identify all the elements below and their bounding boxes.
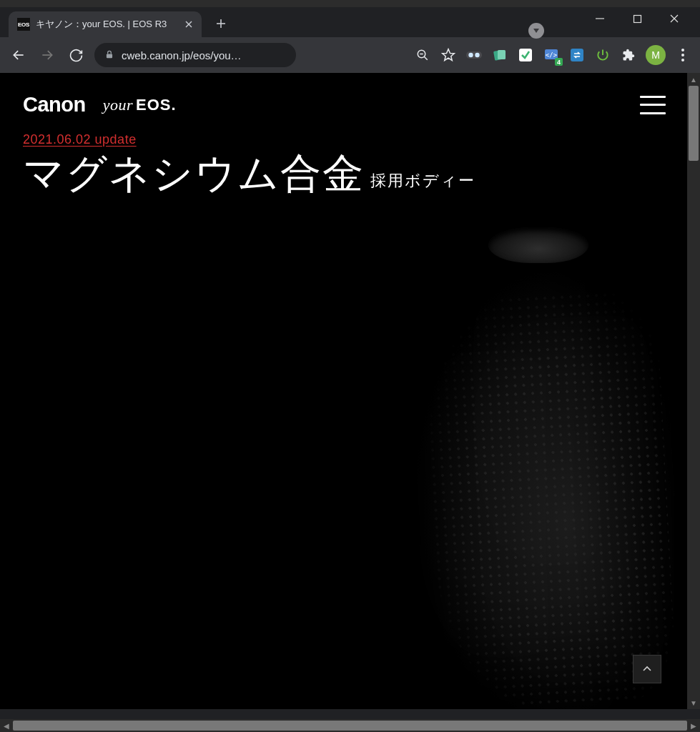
headline-sub: 採用ボディー (370, 170, 475, 192)
window-titlebar (0, 0, 700, 7)
headline: マグネシウム合金 採用ボディー (23, 150, 664, 197)
svg-line-12 (424, 56, 428, 60)
svg-rect-10 (107, 54, 112, 58)
tab-close-icon[interactable] (183, 19, 194, 30)
vertical-scrollbar[interactable]: ▲ ▼ (687, 73, 700, 709)
back-button[interactable] (6, 42, 31, 68)
page-viewport: Canon yourEOS. 2021.06.02 update マグネシウム合… (0, 73, 700, 709)
extension-goggles-icon[interactable] (463, 45, 485, 65)
new-tab-button[interactable] (210, 13, 232, 34)
page-content: Canon yourEOS. 2021.06.02 update マグネシウム合… (0, 73, 687, 709)
svg-point-17 (475, 53, 479, 57)
site-header: Canon yourEOS. (0, 73, 687, 127)
update-date-link[interactable]: 2021.06.02 update (23, 132, 137, 147)
extension-power-icon[interactable] (591, 45, 614, 65)
camera-top-plate (488, 227, 588, 263)
address-text: cweb.canon.jp/eos/you… (122, 49, 286, 61)
scroll-up-arrow-icon[interactable]: ▲ (687, 73, 700, 86)
scroll-track[interactable] (687, 86, 700, 696)
svg-rect-20 (519, 49, 532, 61)
hscroll-track[interactable] (13, 719, 687, 732)
svg-rect-19 (498, 50, 506, 59)
hamburger-menu-icon[interactable] (640, 96, 666, 114)
media-control-icon[interactable] (528, 23, 544, 39)
svg-point-16 (468, 53, 473, 57)
extension-docs-icon[interactable] (488, 45, 511, 65)
svg-point-26 (681, 59, 684, 61)
canon-logo[interactable]: Canon (23, 93, 86, 117)
extensions-puzzle-icon[interactable] (617, 45, 640, 65)
scroll-left-arrow-icon[interactable]: ◀ (0, 719, 13, 732)
your-eos-eos: EOS. (136, 96, 177, 114)
hscroll-thumb[interactable] (13, 721, 687, 731)
browser-toolbar: cweb.canon.jp/eos/you… (0, 37, 700, 73)
address-bar[interactable]: cweb.canon.jp/eos/you… (94, 43, 296, 67)
profile-avatar[interactable]: M (646, 45, 666, 65)
svg-point-25 (681, 54, 684, 56)
window-maximize-button[interactable] (627, 10, 647, 27)
svg-rect-1 (634, 15, 641, 22)
svg-point-24 (681, 49, 684, 51)
your-eos-logo[interactable]: yourEOS. (103, 96, 177, 114)
forward-button[interactable] (34, 42, 60, 68)
svg-rect-23 (571, 49, 583, 61)
lock-icon (104, 49, 114, 61)
your-eos-your: your (103, 96, 133, 114)
svg-marker-27 (533, 29, 539, 33)
scroll-thumb[interactable] (689, 86, 699, 161)
extension-badge: 4 (555, 58, 563, 66)
tab-title: キヤノン：your EOS. | EOS R3 (36, 18, 177, 31)
brand-logos: Canon yourEOS. (23, 93, 177, 117)
camera-grip (391, 266, 674, 709)
window-minimize-button[interactable] (590, 10, 610, 27)
back-to-top-button[interactable] (633, 655, 661, 683)
zoom-out-icon[interactable] (411, 45, 434, 65)
bookmark-star-icon[interactable] (437, 45, 460, 65)
tab-favicon: EOS (17, 18, 30, 31)
headline-main: マグネシウム合金 (23, 150, 365, 197)
browser-tab[interactable]: EOS キヤノン：your EOS. | EOS R3 (9, 11, 202, 37)
extension-checkmark-icon[interactable] (514, 45, 537, 65)
svg-marker-14 (443, 49, 455, 61)
scroll-down-arrow-icon[interactable]: ▼ (687, 696, 700, 709)
horizontal-scrollbar[interactable]: ◀ ▶ (0, 719, 700, 732)
scroll-right-arrow-icon[interactable]: ▶ (687, 719, 700, 732)
extension-swap-icon[interactable] (566, 45, 588, 65)
svg-rect-15 (466, 51, 482, 59)
extension-devtools-icon[interactable]: </> 4 (540, 45, 563, 65)
window-close-button[interactable] (664, 10, 684, 27)
camera-hero-image (345, 216, 674, 709)
reload-button[interactable] (63, 42, 89, 68)
hero-section: 2021.06.02 update マグネシウム合金 採用ボディー (0, 127, 687, 203)
kebab-menu-icon[interactable] (671, 44, 694, 66)
